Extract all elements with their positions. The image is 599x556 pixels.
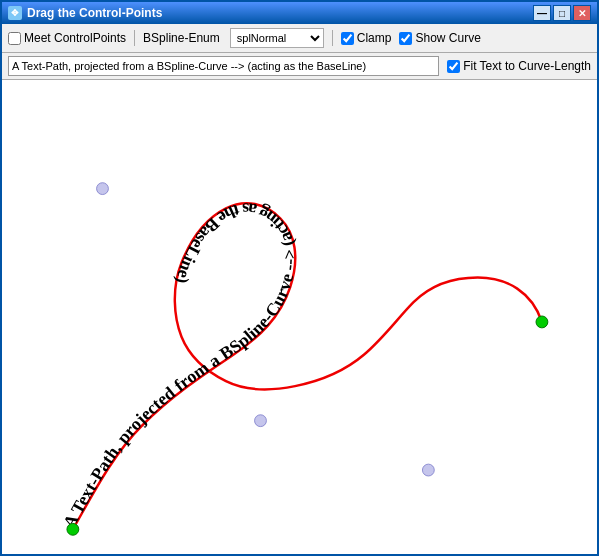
separator2 (332, 30, 333, 46)
title-bar: ✥ Drag the Control-Points — □ ✕ (2, 2, 597, 24)
curve-text: A Text-Path, projected from a BSpline-Cu… (59, 199, 300, 531)
bspline-curve (73, 203, 542, 529)
window-title: Drag the Control-Points (27, 6, 533, 20)
toolbar-row1: Meet ControlPoints BSpline-Enum splNorma… (2, 24, 597, 53)
clamp-checkbox[interactable] (341, 32, 354, 45)
spline-type-select[interactable]: splNormal splChordal splCentripetal (230, 28, 324, 48)
fit-text-checkbox[interactable] (447, 60, 460, 73)
control-point-end[interactable] (536, 316, 548, 328)
canvas-area[interactable]: A Text-Path, projected from a BSpline-Cu… (2, 80, 597, 554)
fit-text-checkbox-label[interactable]: Fit Text to Curve-Length (447, 59, 591, 73)
meet-controlpoints-checkbox-label[interactable]: Meet ControlPoints (8, 31, 126, 45)
main-window: ✥ Drag the Control-Points — □ ✕ Meet Con… (0, 0, 599, 556)
window-controls: — □ ✕ (533, 5, 591, 21)
control-point-3[interactable] (255, 415, 267, 427)
text-path-input[interactable] (8, 56, 439, 76)
control-point-1[interactable] (97, 183, 109, 195)
control-point-start[interactable] (67, 523, 79, 535)
toolbar-row2: Fit Text to Curve-Length (2, 53, 597, 80)
close-button[interactable]: ✕ (573, 5, 591, 21)
clamp-label: Clamp (357, 31, 392, 45)
clamp-checkbox-label[interactable]: Clamp (341, 31, 392, 45)
show-curve-checkbox[interactable] (399, 32, 412, 45)
control-point-4[interactable] (422, 464, 434, 476)
maximize-button[interactable]: □ (553, 5, 571, 21)
fit-text-label: Fit Text to Curve-Length (463, 59, 591, 73)
curve-canvas: A Text-Path, projected from a BSpline-Cu… (2, 80, 597, 554)
separator1 (134, 30, 135, 46)
minimize-button[interactable]: — (533, 5, 551, 21)
bspline-enum-label: BSpline-Enum (143, 31, 220, 45)
show-curve-label: Show Curve (415, 31, 480, 45)
meet-controlpoints-checkbox[interactable] (8, 32, 21, 45)
show-curve-checkbox-label[interactable]: Show Curve (399, 31, 480, 45)
meet-controlpoints-label: Meet ControlPoints (24, 31, 126, 45)
window-icon: ✥ (8, 6, 22, 20)
